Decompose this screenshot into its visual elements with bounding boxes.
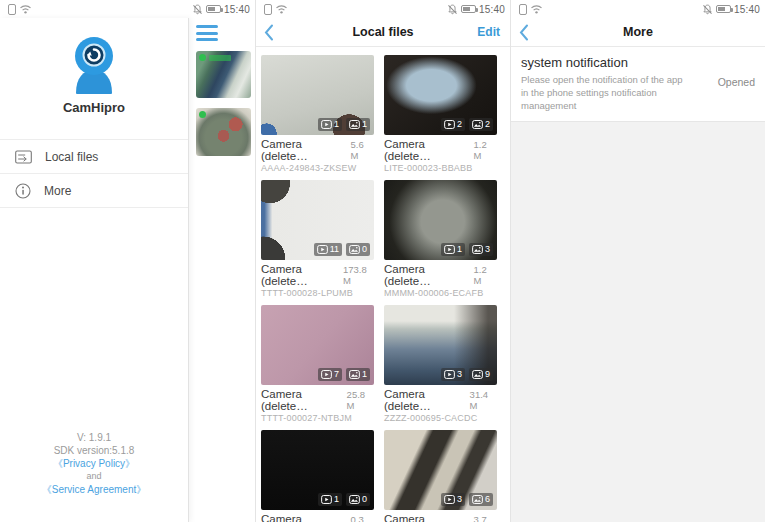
video-count-badge: 11: [314, 243, 342, 256]
service-agreement-link[interactable]: 《Service Agreement》: [0, 483, 188, 496]
setting-title: system notification: [521, 55, 755, 70]
file-item[interactable]: 3 6 Camera (delete…3.7 M NNNN-000019-FBD…: [384, 430, 497, 522]
file-item[interactable]: 11 0 Camera (delete…173.8 M TTTT-000028-…: [261, 180, 374, 298]
badge-group: 11 0: [314, 243, 370, 256]
sdk-version: SDK version:5.1.8: [0, 444, 188, 457]
wifi-icon: [530, 4, 543, 14]
file-thumbnail[interactable]: 1 1: [261, 55, 374, 135]
file-thumbnail[interactable]: 3 6: [384, 430, 497, 510]
status-bar: 15:40: [0, 0, 255, 18]
status-left-icons: [264, 4, 288, 15]
camera-list-item[interactable]: [196, 51, 251, 98]
file-thumbnail[interactable]: 3 9: [384, 305, 497, 385]
screen-more: 15:40 More system notification Please op…: [510, 0, 765, 522]
video-count-badge: 1: [441, 243, 465, 256]
edit-button[interactable]: Edit: [477, 25, 500, 39]
status-right-icons: 15:40: [702, 4, 760, 15]
badge-group: 1 0: [318, 493, 370, 506]
file-thumbnail[interactable]: 7 1: [261, 305, 374, 385]
file-item[interactable]: 2 2 Camera (delete…1.2 M LITE-000023-BBA…: [384, 55, 497, 173]
video-count-badge: 2: [441, 118, 465, 131]
app-version: V: 1.9.1: [0, 431, 188, 444]
menu-item-local-files[interactable]: Local files: [0, 140, 188, 174]
empty-background: [511, 121, 765, 522]
image-count: 6: [485, 495, 490, 504]
file-thumbnail[interactable]: 1 0: [261, 430, 374, 510]
back-button[interactable]: [519, 24, 529, 41]
camera-name: Camera (delete…: [261, 263, 343, 287]
back-button[interactable]: [264, 24, 274, 41]
camera-id: MMMM-000006-ECAFB: [384, 288, 497, 298]
wifi-icon: [275, 4, 288, 14]
file-item[interactable]: 3 9 Camera (delete…31.4 M ZZZZ-000695-CA…: [384, 305, 497, 423]
info-icon: [15, 183, 31, 199]
menu-item-label: More: [44, 184, 71, 198]
file-item[interactable]: 7 1 Camera (delete…25.8 M TTTT-000027-NT…: [261, 305, 374, 423]
file-size: 1.2 M: [474, 139, 497, 161]
badge-group: 3 6: [441, 493, 493, 506]
battery-icon: [206, 5, 221, 13]
screen-drawer: 15:40 CamHipro: [0, 0, 255, 522]
file-item[interactable]: 1 0 Camera (delete…0.3 M TTTT-000029-XKH…: [261, 430, 374, 522]
play-icon: [444, 495, 455, 504]
nav-drawer: CamHipro Local files: [0, 18, 188, 522]
image-count: 1: [362, 120, 367, 129]
camera-name: Camera (delete…: [384, 388, 470, 412]
status-left-icons: [519, 4, 543, 15]
file-meta: Camera (delete…3.7 M NNNN-000019-FBDBC: [384, 513, 497, 522]
status-left-icons: [8, 4, 32, 15]
status-bar: 15:40: [256, 0, 510, 18]
sim-icon: [264, 4, 272, 15]
photo-icon: [349, 370, 360, 379]
and-text: and: [0, 470, 188, 483]
file-size: 0.3 M: [351, 514, 374, 522]
camera-list-item[interactable]: [196, 108, 251, 156]
photo-icon: [472, 245, 483, 254]
camera-preview: [196, 51, 251, 98]
online-label: [209, 55, 231, 61]
video-count: 3: [457, 370, 462, 379]
menu-item-label: Local files: [45, 150, 98, 164]
video-count: 7: [334, 370, 339, 379]
status-time: 15:40: [479, 4, 505, 15]
camhipro-logo-icon: [67, 36, 121, 94]
image-count-badge: 9: [469, 368, 493, 381]
bell-muted-icon: [702, 4, 713, 15]
file-size: 1.2 M: [474, 264, 497, 286]
file-size: 31.4 M: [470, 389, 497, 411]
camera-name: Camera (delete…: [384, 263, 474, 287]
chevron-left-icon: [264, 24, 274, 41]
file-thumbnail[interactable]: 1 3: [384, 180, 497, 260]
file-item[interactable]: 1 1 Camera (delete…5.6 M AAAA-249843-ZKS…: [261, 55, 374, 173]
camera-name: Camera (delete…: [261, 513, 351, 522]
image-count: 2: [485, 120, 490, 129]
privacy-policy-link[interactable]: 《Privacy Policy》: [0, 457, 188, 470]
image-count-badge: 2: [469, 118, 493, 131]
camera-id: AAAA-249843-ZKSEW: [261, 163, 374, 173]
image-count-badge: 0: [346, 243, 370, 256]
menu-item-more[interactable]: More: [0, 174, 188, 208]
camera-id: TTTT-000027-NTBJM: [261, 413, 374, 423]
file-size: 25.8 M: [347, 389, 374, 411]
badge-group: 7 1: [318, 368, 370, 381]
image-count-badge: 1: [346, 368, 370, 381]
play-icon: [444, 120, 455, 129]
file-size: 5.6 M: [351, 139, 374, 161]
file-meta: Camera (delete…25.8 M TTTT-000027-NTBJM: [261, 388, 374, 423]
file-item[interactable]: 1 3 Camera (delete…1.2 M MMMM-000006-ECA…: [384, 180, 497, 298]
file-thumbnail[interactable]: 11 0: [261, 180, 374, 260]
video-count-badge: 7: [318, 368, 342, 381]
hamburger-menu-icon[interactable]: [196, 25, 218, 41]
online-indicator: [199, 54, 206, 61]
badge-group: 1 1: [318, 118, 370, 131]
photo-icon: [349, 495, 360, 504]
system-notification-row[interactable]: system notification Please open the noti…: [511, 47, 765, 121]
file-thumbnail[interactable]: 2 2: [384, 55, 497, 135]
video-count-badge: 1: [318, 118, 342, 131]
status-right-icons: 15:40: [447, 4, 505, 15]
file-meta: Camera (delete…1.2 M MMMM-000006-ECAFB: [384, 263, 497, 298]
online-indicator: [199, 111, 206, 118]
video-count: 1: [334, 120, 339, 129]
image-count-badge: 0: [346, 493, 370, 506]
badge-group: 2 2: [441, 118, 493, 131]
